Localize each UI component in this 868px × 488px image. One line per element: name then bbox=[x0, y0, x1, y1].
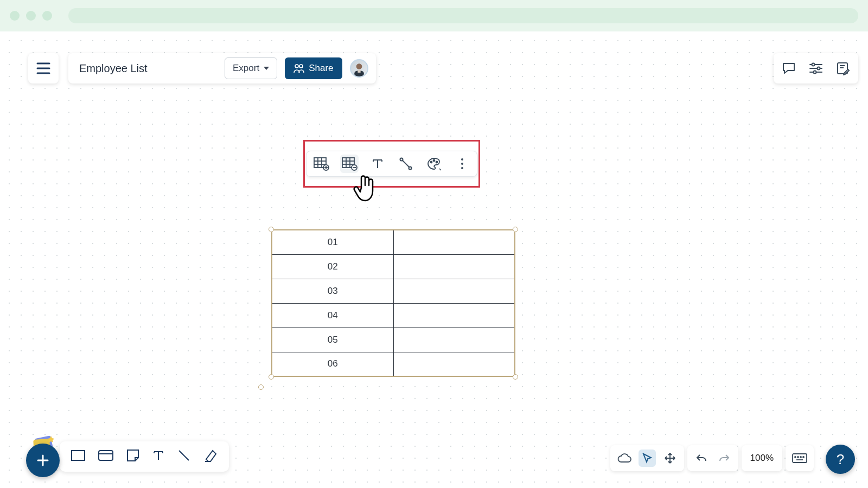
highlighter-icon bbox=[203, 448, 218, 463]
hamburger-icon bbox=[36, 62, 50, 74]
table-remove-button[interactable] bbox=[340, 155, 359, 173]
line-tool[interactable] bbox=[177, 448, 191, 465]
svg-point-37 bbox=[409, 167, 412, 170]
user-avatar[interactable] bbox=[350, 59, 368, 78]
table-cell[interactable] bbox=[393, 230, 515, 254]
table-add-button[interactable] bbox=[312, 155, 330, 173]
table-shape[interactable]: 01 02 03 04 05 06 bbox=[271, 229, 515, 377]
undo-button[interactable] bbox=[693, 450, 710, 467]
table-cell[interactable] bbox=[393, 303, 515, 328]
undo-icon bbox=[695, 453, 708, 464]
table-cell[interactable]: 03 bbox=[272, 279, 393, 303]
svg-point-13 bbox=[814, 71, 816, 74]
resize-handle[interactable] bbox=[513, 227, 518, 232]
share-button[interactable]: Share bbox=[285, 57, 342, 79]
main-menu-button[interactable] bbox=[28, 53, 59, 84]
top-right-tools bbox=[774, 53, 858, 84]
chevron-down-icon bbox=[264, 67, 269, 70]
svg-point-11 bbox=[818, 67, 820, 70]
rotate-handle[interactable] bbox=[258, 384, 264, 390]
document-title[interactable]: Employee List bbox=[76, 60, 217, 77]
table-row[interactable]: 02 bbox=[272, 254, 515, 279]
pointer-icon bbox=[641, 452, 653, 464]
plus-icon bbox=[35, 453, 50, 468]
table-cell[interactable] bbox=[393, 254, 515, 279]
people-icon bbox=[293, 63, 304, 73]
export-label: Export bbox=[233, 63, 259, 74]
resize-handle[interactable] bbox=[269, 374, 274, 380]
svg-point-61 bbox=[800, 457, 801, 458]
svg-line-38 bbox=[403, 160, 409, 167]
pan-mode-button[interactable] bbox=[661, 450, 679, 467]
keyboard-shortcuts-button[interactable] bbox=[791, 450, 808, 467]
share-label: Share bbox=[309, 63, 333, 74]
more-options-button[interactable] bbox=[453, 155, 471, 173]
help-button[interactable]: ? bbox=[826, 445, 855, 474]
comments-button[interactable] bbox=[779, 59, 799, 78]
svg-rect-50 bbox=[72, 451, 85, 460]
table-cell[interactable] bbox=[393, 279, 515, 303]
table-row[interactable]: 04 bbox=[272, 303, 515, 328]
palette-icon bbox=[426, 157, 442, 171]
rectangle-tool[interactable] bbox=[71, 450, 86, 464]
table-cell[interactable] bbox=[393, 328, 515, 352]
color-button[interactable] bbox=[425, 155, 443, 173]
table-row[interactable]: 03 bbox=[272, 279, 515, 303]
shape-toolbar bbox=[60, 441, 229, 472]
svg-point-62 bbox=[803, 457, 804, 458]
table-row[interactable]: 06 bbox=[272, 352, 515, 376]
highlighter-tool[interactable] bbox=[203, 448, 218, 465]
move-icon bbox=[663, 452, 676, 465]
redo-icon bbox=[718, 453, 731, 464]
table-cell[interactable]: 06 bbox=[272, 352, 393, 376]
pointer-mode-button[interactable] bbox=[639, 450, 656, 467]
table-row[interactable]: 01 bbox=[272, 230, 515, 254]
table-remove-icon bbox=[341, 157, 358, 171]
svg-rect-7 bbox=[358, 70, 360, 73]
url-bar[interactable] bbox=[68, 8, 858, 23]
resize-handle[interactable] bbox=[513, 374, 518, 380]
svg-point-59 bbox=[795, 457, 796, 458]
connector-icon bbox=[399, 157, 413, 171]
text-tool-button[interactable] bbox=[368, 155, 387, 173]
resize-handle[interactable] bbox=[269, 227, 274, 232]
text-tool[interactable] bbox=[152, 449, 165, 464]
svg-point-41 bbox=[436, 162, 438, 163]
table-cell[interactable]: 04 bbox=[272, 303, 393, 328]
svg-point-40 bbox=[433, 160, 435, 162]
zoom-level[interactable]: 100% bbox=[747, 453, 777, 464]
add-shape-fab[interactable] bbox=[26, 444, 60, 477]
svg-point-42 bbox=[461, 158, 463, 160]
window-dot bbox=[10, 11, 20, 21]
table-row[interactable]: 05 bbox=[272, 328, 515, 352]
canvas[interactable]: Employee List Export Share bbox=[0, 31, 868, 488]
rectangle-icon bbox=[71, 450, 86, 461]
window-dot bbox=[42, 11, 52, 21]
svg-point-9 bbox=[812, 63, 815, 66]
keyboard-icon bbox=[792, 453, 808, 464]
table-cell[interactable] bbox=[393, 352, 515, 376]
card-tool[interactable] bbox=[98, 450, 114, 464]
table-cell[interactable]: 05 bbox=[272, 328, 393, 352]
contextual-toolbar-highlight bbox=[303, 140, 480, 188]
status-bar: 100% bbox=[610, 445, 814, 472]
svg-point-60 bbox=[797, 457, 799, 458]
settings-button[interactable] bbox=[806, 59, 826, 78]
table-cell[interactable]: 02 bbox=[272, 254, 393, 279]
connector-button[interactable] bbox=[397, 155, 415, 173]
data-table[interactable]: 01 02 03 04 05 06 bbox=[271, 229, 515, 377]
svg-rect-51 bbox=[99, 451, 113, 460]
export-button[interactable]: Export bbox=[225, 57, 277, 79]
edit-button[interactable] bbox=[833, 59, 853, 78]
note-edit-icon bbox=[836, 61, 850, 75]
sticky-note-tool[interactable] bbox=[126, 448, 140, 465]
cloud-sync-button[interactable] bbox=[616, 450, 633, 467]
svg-point-4 bbox=[299, 65, 303, 68]
contextual-toolbar bbox=[306, 151, 477, 177]
svg-point-43 bbox=[461, 163, 463, 165]
text-icon bbox=[152, 449, 165, 462]
sticky-note-icon bbox=[126, 448, 140, 463]
redo-button[interactable] bbox=[716, 450, 733, 467]
table-cell[interactable]: 01 bbox=[272, 230, 393, 254]
browser-chrome bbox=[0, 0, 868, 31]
